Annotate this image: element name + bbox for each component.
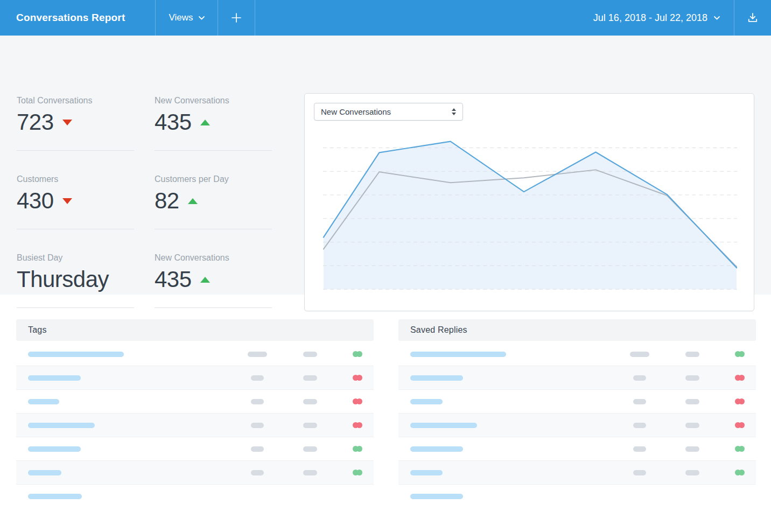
item-link-placeholder[interactable] <box>410 494 463 499</box>
plus-icon <box>232 13 241 23</box>
value-placeholder <box>303 446 317 452</box>
trend-pill-red <box>735 422 745 428</box>
value-placeholder <box>685 352 699 357</box>
trend-pill-green <box>353 446 362 452</box>
stat-label: New Conversations <box>155 249 272 263</box>
trend-pill-green <box>353 470 362 475</box>
table-row <box>16 390 374 414</box>
item-link-placeholder[interactable] <box>28 470 61 475</box>
add-view-button[interactable] <box>218 0 255 36</box>
trend-down-icon <box>62 120 72 125</box>
views-label: Views <box>169 12 193 23</box>
download-icon <box>746 11 759 24</box>
date-range-label: Jul 16, 2018 - Jul 22, 2018 <box>593 12 707 24</box>
stat-customers-per-day: Customers per Day 82 <box>155 170 272 229</box>
chart-card: New Conversations <box>304 93 754 311</box>
trend-pill-red <box>353 398 362 404</box>
item-link-placeholder[interactable] <box>28 446 81 452</box>
trend-down-icon <box>62 198 72 204</box>
value-placeholder <box>303 352 317 357</box>
value-placeholder <box>251 446 264 452</box>
trend-pill-red <box>735 375 745 381</box>
table-row <box>398 461 756 485</box>
table-row <box>16 485 374 508</box>
table-row <box>16 366 374 390</box>
summary-panel: Total Conversations 723 New Conversation… <box>0 36 771 295</box>
saved-replies-table-rows <box>398 342 756 508</box>
stat-label: New Conversations <box>155 92 272 106</box>
item-link-placeholder[interactable] <box>28 399 59 404</box>
table-row <box>398 414 756 437</box>
tags-table: Tags <box>16 319 374 508</box>
value-placeholder <box>251 470 264 475</box>
item-link-placeholder[interactable] <box>410 399 443 404</box>
item-link-placeholder[interactable] <box>410 470 443 475</box>
item-link-placeholder[interactable] <box>410 352 506 357</box>
value-placeholder <box>251 375 264 381</box>
table-row <box>16 461 374 485</box>
saved-replies-table: Saved Replies <box>398 319 756 508</box>
conversations-area-chart <box>305 94 754 311</box>
value-placeholder <box>685 375 699 381</box>
trend-pill-red <box>353 375 362 381</box>
date-range-button[interactable]: Jul 16, 2018 - Jul 22, 2018 <box>593 0 734 36</box>
value-placeholder <box>685 446 699 452</box>
stat-value: 723 <box>17 111 54 134</box>
table-row <box>398 366 756 390</box>
trend-up-icon <box>200 120 210 125</box>
stat-label: Busiest Day <box>17 249 134 263</box>
trend-pill-red <box>735 398 745 404</box>
trend-pill-green <box>735 470 745 475</box>
stat-new-conversations-2: New Conversations 435 <box>155 249 272 308</box>
top-bar: Conversations Report Views Jul 16, 2018 … <box>0 0 771 36</box>
item-link-placeholder[interactable] <box>28 352 124 357</box>
stat-customers: Customers 430 <box>17 170 134 229</box>
trend-pill-red <box>353 422 362 428</box>
conversations-report-page: Conversations Report Views Jul 16, 2018 … <box>0 0 771 532</box>
select-arrows-icon <box>452 108 456 115</box>
chevron-down-icon <box>714 16 720 20</box>
stat-value: 82 <box>155 190 179 212</box>
table-row <box>398 390 756 414</box>
page-title: Conversations Report <box>0 0 155 36</box>
stat-busiest-day: Busiest Day Thursday <box>17 249 134 308</box>
trend-pill-green <box>735 351 745 357</box>
value-placeholder <box>685 470 699 475</box>
metric-select-value: New Conversations <box>321 107 391 116</box>
stat-value: 435 <box>155 268 192 291</box>
value-placeholder <box>303 375 317 381</box>
value-placeholder <box>303 399 317 404</box>
value-placeholder <box>685 423 699 428</box>
saved-replies-table-title: Saved Replies <box>398 319 756 341</box>
stat-new-conversations: New Conversations 435 <box>155 92 272 151</box>
value-placeholder <box>248 352 267 357</box>
table-row <box>398 485 756 508</box>
trend-up-icon <box>200 277 210 283</box>
download-button[interactable] <box>734 0 771 36</box>
value-placeholder <box>633 446 646 452</box>
value-placeholder <box>685 399 699 404</box>
trend-up-icon <box>188 198 198 204</box>
views-menu-button[interactable]: Views <box>156 0 218 36</box>
item-link-placeholder[interactable] <box>28 494 82 499</box>
item-link-placeholder[interactable] <box>410 423 477 428</box>
value-placeholder <box>633 423 646 428</box>
value-placeholder <box>633 470 646 475</box>
item-link-placeholder[interactable] <box>28 423 95 428</box>
stat-value: Thursday <box>17 268 109 291</box>
value-placeholder <box>303 470 317 475</box>
topbar-spacer <box>255 0 593 36</box>
stat-label: Customers per Day <box>155 170 272 184</box>
item-link-placeholder[interactable] <box>28 375 81 381</box>
value-placeholder <box>303 423 317 428</box>
tags-table-rows <box>16 342 374 508</box>
stat-label: Customers <box>17 170 134 184</box>
stat-value: 430 <box>17 190 54 212</box>
table-row <box>16 437 374 461</box>
item-link-placeholder[interactable] <box>410 375 463 381</box>
metric-select[interactable]: New Conversations <box>314 103 463 121</box>
value-placeholder <box>251 399 264 404</box>
table-row <box>16 342 374 366</box>
item-link-placeholder[interactable] <box>410 446 463 452</box>
trend-pill-green <box>735 446 745 452</box>
